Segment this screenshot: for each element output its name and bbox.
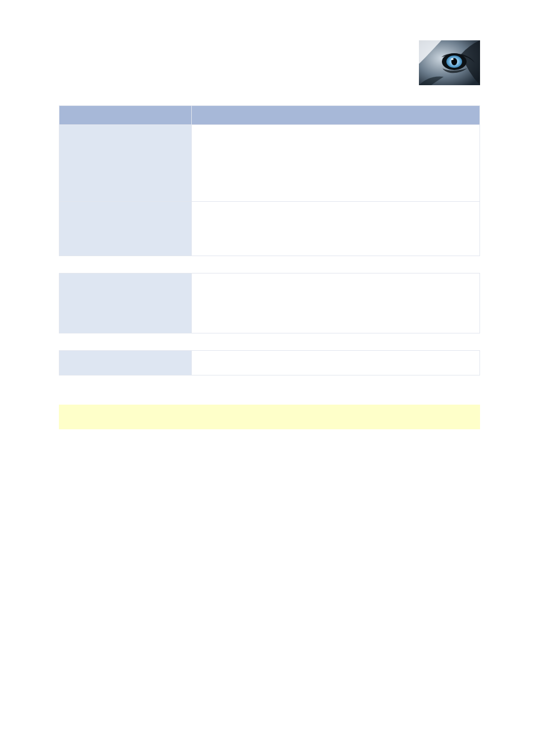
table1-header-label [59, 106, 192, 125]
table2-row1-value [192, 273, 480, 333]
info-table-2 [59, 273, 480, 333]
table3-row1-value [192, 351, 480, 375]
table1-row1-value [192, 125, 480, 202]
table3-row1-label [59, 351, 192, 375]
info-table-1 [59, 105, 480, 256]
svg-point-4 [451, 58, 454, 61]
brand-logo [419, 40, 480, 85]
table1-row2-label [59, 202, 192, 256]
table2-row1-label [59, 273, 192, 333]
table1-row2-value [192, 202, 480, 256]
table1-header-value [192, 106, 480, 125]
note-box [59, 405, 480, 429]
info-table-3 [59, 350, 480, 375]
wolf-eye-icon [419, 40, 480, 85]
table1-row1-label [59, 125, 192, 202]
